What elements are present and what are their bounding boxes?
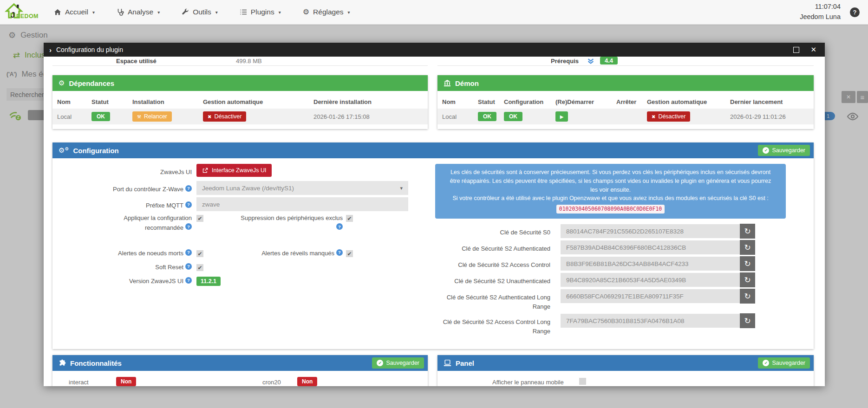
top-navbar: J EEDOM Accueil ▾ Analyse ▾ Outils ▾ [0, 0, 868, 25]
zwave-port-label: Port du contrôleur Z-Wave? [57, 185, 192, 194]
daemon-title: Démon [455, 79, 479, 87]
regenerate-key-button[interactable]: ↻ [740, 313, 755, 328]
nav-item-outils[interactable]: Outils ▾ [182, 8, 218, 16]
key-input-s2-unauth[interactable] [561, 273, 740, 287]
space-used-row: Espace utilisé 499.8 MB [52, 57, 428, 66]
mobile-panel-label: Afficher le panneau mobile [492, 379, 564, 386]
mqtt-prefix-input[interactable] [196, 197, 408, 211]
configuration-panel: ⚙⚙ Configuration ✔ Sauvegarder ZwaveJs U… [52, 142, 814, 349]
missed-wakeups-label: Alertes de réveils manqués? [234, 249, 343, 259]
key-label-s0: Clé de Sécurité S0 [439, 228, 550, 237]
double-chevron-down-icon[interactable] [587, 58, 594, 65]
nav-item-reglages[interactable]: ⚙ Réglages ▾ [303, 8, 350, 16]
refresh-icon: ↻ [744, 259, 751, 269]
save-configuration-button[interactable]: ✔ Sauvegarder [758, 145, 810, 156]
relaunch-button[interactable]: ⚒ Relancer [132, 111, 172, 122]
help-question-icon[interactable]: ? [185, 185, 192, 192]
daemon-name: Local [442, 113, 478, 120]
info-text-2: Si votre contrôleur a été utilisé avec l… [448, 194, 773, 203]
configuration-title: Configuration [73, 147, 118, 155]
help-question-icon[interactable]: ? [185, 201, 192, 208]
regenerate-key-button[interactable]: ↻ [740, 256, 755, 271]
key-input-s2-auth[interactable] [561, 240, 740, 254]
feature-interact-label: interact [69, 379, 89, 386]
restart-daemon-button[interactable]: ▶ [555, 111, 568, 122]
dead-nodes-checkbox[interactable] [196, 250, 203, 257]
caret-down-icon: ▾ [157, 10, 160, 15]
daemon-panel: Démon Nom Statut Configuration (Re)Démar… [437, 75, 814, 129]
gear-icon: ⚙ [303, 8, 309, 16]
cog-icon: ⚙ [59, 79, 65, 87]
dependencies-panel: ⚙ Dépendances Nom Statut Installation Ge… [52, 75, 428, 129]
daemon-table-row: Local OK OK ▶ ✖ Désactiver 2026-01-29 11… [437, 109, 814, 124]
save-features-button[interactable]: ✔ Sauvegarder [372, 357, 424, 369]
help-question-icon[interactable]: ? [336, 249, 343, 256]
modal-close-button[interactable]: ✕ [810, 45, 816, 54]
features-title: Fonctionnalités [70, 359, 122, 367]
dependency-name: Local [57, 113, 91, 120]
key-label-s2-access-lr: Clé de Sécurité S2 Access Control Long R… [439, 317, 550, 336]
regenerate-key-button[interactable]: ↻ [740, 224, 755, 239]
save-panel-button[interactable]: ✔ Sauvegarder [758, 357, 810, 369]
regenerate-key-button[interactable]: ↻ [740, 240, 755, 255]
remove-excluded-label: Suppression des périphériques exclus? [234, 214, 343, 233]
remove-excluded-checkbox[interactable] [346, 215, 353, 222]
disable-auto-button[interactable]: ✖ Désactiver [203, 111, 246, 122]
system-name: Jeedom Luna [800, 12, 841, 22]
zwave-port-select[interactable]: Jeedom Luna Zwave (/dev/ttyS1) ▾ [196, 181, 408, 195]
col-header: Configuration [504, 98, 555, 105]
cross-icon: ✖ [208, 114, 211, 119]
soft-reset-checkbox[interactable] [196, 264, 203, 271]
modal-body: Espace utilisé 499.8 MB Prérequis 4.4 ⚙ … [44, 57, 825, 386]
clock: 11:07:04 [800, 2, 841, 12]
list-icon [240, 8, 247, 16]
key-input-s0[interactable] [561, 224, 740, 238]
refresh-icon: ↻ [744, 227, 751, 236]
key-label-s2-auth: Clé de Sécurité S2 Authenticated [439, 244, 550, 253]
regenerate-key-button[interactable]: ↻ [740, 272, 755, 287]
key-input-s2-access-lr[interactable] [561, 314, 740, 328]
col-header: Statut [91, 98, 132, 105]
cross-icon: ✖ [652, 114, 655, 119]
key-label-s2-auth-lr: Clé de Sécurité S2 Authenticated Long Ra… [439, 293, 550, 311]
configuration-body: ZwaveJs UI Interface ZwaveJs UI Port du … [52, 158, 814, 349]
feature-interact-badge: Non [116, 377, 136, 386]
maximize-button[interactable] [793, 47, 810, 53]
zwavejs-ui-interface-button[interactable]: Interface ZwaveJs UI [196, 164, 272, 177]
bank-icon [444, 79, 451, 87]
col-header: Gestion automatique [203, 98, 313, 105]
refresh-icon: ↻ [744, 291, 751, 301]
jeedom-logo[interactable]: J EEDOM [4, 2, 40, 22]
home-icon [54, 8, 61, 16]
space-used-value: 499.8 MB [236, 58, 262, 65]
daemon-table-header: Nom Statut Configuration (Re)Démarrer Ar… [437, 95, 814, 109]
cogs-icon: ⚙⚙ [59, 146, 69, 155]
apply-config-checkbox[interactable] [196, 215, 203, 222]
refresh-icon: ↻ [744, 243, 751, 253]
col-header: Statut [478, 98, 504, 105]
zwave-port-value: Jeedom Luna Zwave (/dev/ttyS1) [202, 185, 294, 192]
s0-key-code: 0102030405060708090A0B0C0D0E0F10 [556, 205, 665, 214]
disable-daemon-auto-button[interactable]: ✖ Désactiver [647, 111, 690, 122]
panel-title: Panel [456, 359, 474, 367]
help-icon[interactable]: ? [850, 7, 860, 17]
nav-item-label: Outils [193, 8, 211, 16]
dependencies-table-header: Nom Statut Installation Gestion automati… [52, 95, 428, 109]
help-question-icon[interactable]: ? [185, 277, 192, 284]
help-question-icon[interactable]: ? [185, 249, 192, 256]
missed-wakeups-checkbox[interactable] [346, 250, 353, 257]
feature-cron-badge: Non [297, 377, 317, 386]
nav-item-analyse[interactable]: Analyse ▾ [117, 8, 160, 16]
mobile-panel-checkbox[interactable] [579, 378, 586, 385]
key-input-s2-auth-lr[interactable] [561, 289, 740, 303]
nav-item-label: Analyse [128, 8, 153, 16]
help-question-icon[interactable]: ? [185, 223, 192, 230]
panel-header: Panel ✔ Sauvegarder [437, 355, 814, 371]
regenerate-key-button[interactable]: ↻ [740, 289, 755, 304]
nav-item-plugins[interactable]: Plugins ▾ [240, 8, 281, 16]
nav-item-accueil[interactable]: Accueil ▾ [54, 8, 95, 16]
help-question-icon[interactable]: ? [336, 223, 343, 230]
key-input-s2-access[interactable] [561, 257, 740, 271]
logo-text: EEDOM [16, 13, 39, 19]
help-question-icon[interactable]: ? [185, 263, 192, 270]
